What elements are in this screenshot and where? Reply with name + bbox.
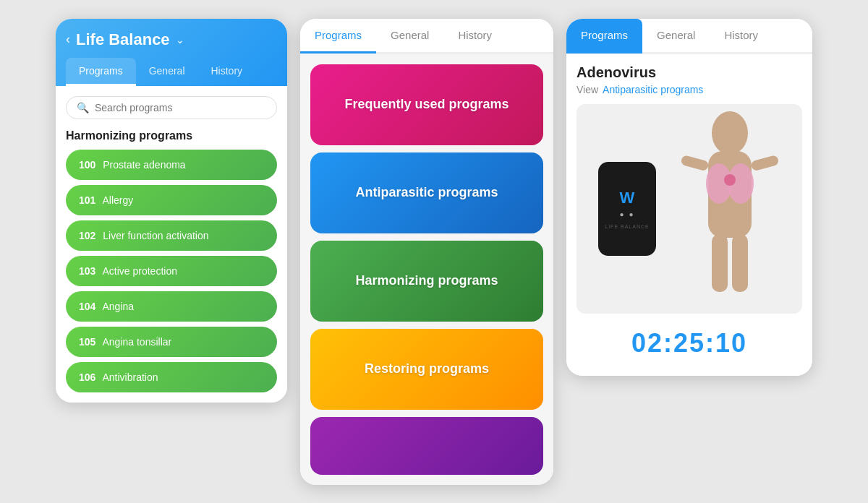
- category-label: Restoring programs: [365, 361, 489, 377]
- search-input[interactable]: [95, 102, 266, 113]
- svg-rect-2: [680, 155, 709, 171]
- tab-programs-1[interactable]: Programs: [66, 58, 136, 86]
- program-num: 106: [79, 371, 95, 383]
- phone3-tabs: Programs General History: [566, 19, 812, 53]
- program-num: 100: [79, 159, 95, 171]
- svg-rect-4: [712, 234, 728, 292]
- timer-display: 02:25:10: [576, 321, 802, 366]
- program-name: Angina: [102, 301, 134, 312]
- body-svg: [665, 108, 795, 310]
- tab-general-1[interactable]: General: [136, 58, 198, 86]
- app-title: Life Balance: [76, 30, 170, 49]
- section-title: Harmonizing programs: [66, 129, 277, 142]
- search-icon: 🔍: [77, 102, 89, 113]
- phone2-tabs: Programs General History: [300, 19, 553, 53]
- phone1-title-row: ‹ Life Balance ⌄: [66, 30, 277, 49]
- tab-programs-3[interactable]: Programs: [566, 19, 642, 53]
- category-restoring[interactable]: Restoring programs: [310, 329, 543, 410]
- phone-screen-2: Programs General History Frequently used…: [300, 19, 553, 485]
- category-label: Antiparasitic programs: [355, 185, 498, 200]
- phone3-body: Adenovirus View Antiparasitic programs W…: [566, 54, 812, 376]
- program-name: Antivibration: [102, 371, 158, 383]
- search-bar[interactable]: 🔍: [66, 96, 277, 119]
- program-name: Liver function activation: [103, 230, 208, 241]
- svg-rect-3: [750, 155, 779, 171]
- tab-programs-2[interactable]: Programs: [300, 19, 376, 53]
- category-frequently-used[interactable]: Frequently used programs: [310, 64, 543, 145]
- phone2-header: Programs General History: [300, 19, 553, 54]
- category-antiparasitic[interactable]: Antiparasitic programs: [310, 152, 543, 233]
- list-item[interactable]: 104 Angina: [66, 291, 277, 322]
- tab-general-2[interactable]: General: [376, 19, 443, 53]
- tab-history-3[interactable]: History: [710, 19, 773, 53]
- list-item[interactable]: 100 Prostate adenoma: [66, 150, 277, 180]
- phone1-body: 🔍 Harmonizing programs 100 Prostate aden…: [56, 86, 287, 403]
- program-name: Allergy: [102, 194, 133, 206]
- tab-history-1[interactable]: History: [198, 58, 256, 86]
- list-item[interactable]: 106 Antivibration: [66, 362, 277, 392]
- view-link[interactable]: Antiparasitic programs: [603, 84, 703, 95]
- list-item[interactable]: 103 Active protection: [66, 256, 277, 286]
- list-item[interactable]: 101 Allergy: [66, 185, 277, 215]
- category-harmonizing[interactable]: Harmonizing programs: [310, 241, 543, 322]
- program-num: 105: [79, 336, 95, 348]
- svg-point-8: [724, 174, 736, 186]
- phone3-header: Programs General History: [566, 19, 812, 54]
- device-box: W ● ● LIFE BALANCE: [598, 162, 656, 256]
- category-label: Frequently used programs: [344, 97, 509, 112]
- phone1-header: ‹ Life Balance ⌄ Programs General Histor…: [56, 19, 287, 86]
- program-num: 102: [79, 230, 95, 241]
- svg-rect-5: [732, 234, 748, 292]
- phone2-body: Frequently used programs Antiparasitic p…: [300, 54, 553, 485]
- category-last[interactable]: [310, 417, 543, 475]
- back-icon[interactable]: ‹: [66, 32, 70, 47]
- svg-point-0: [712, 111, 748, 155]
- screens-wrapper: ‹ Life Balance ⌄ Programs General Histor…: [41, 4, 827, 499]
- device-image: W ● ● LIFE BALANCE: [576, 104, 802, 314]
- view-row: View Antiparasitic programs: [576, 84, 802, 95]
- program-list: 100 Prostate adenoma 101 Allergy 102 Liv…: [66, 150, 277, 392]
- program-num: 103: [79, 265, 95, 277]
- device-logo: W: [620, 189, 635, 207]
- view-label: View: [576, 84, 598, 95]
- tab-history-2[interactable]: History: [443, 19, 506, 53]
- program-num: 101: [79, 194, 95, 206]
- program-name: Active protection: [102, 265, 177, 277]
- list-item[interactable]: 102 Liver function activation: [66, 220, 277, 251]
- chevron-down-icon[interactable]: ⌄: [176, 34, 184, 46]
- category-label: Harmonizing programs: [355, 273, 498, 288]
- program-num: 104: [79, 301, 95, 312]
- phone1-tabs: Programs General History: [66, 58, 277, 86]
- phone-screen-3: Programs General History Adenovirus View…: [566, 19, 812, 376]
- device-brand: LIFE BALANCE: [605, 224, 649, 229]
- program-name: Prostate adenoma: [103, 159, 185, 171]
- program-detail-title: Adenovirus: [576, 64, 802, 81]
- program-name: Angina tonsillar: [102, 336, 171, 348]
- tab-general-3[interactable]: General: [642, 19, 710, 53]
- list-item[interactable]: 105 Angina tonsillar: [66, 327, 277, 357]
- device-dots: ● ●: [620, 210, 635, 218]
- phone-screen-1: ‹ Life Balance ⌄ Programs General Histor…: [56, 19, 287, 403]
